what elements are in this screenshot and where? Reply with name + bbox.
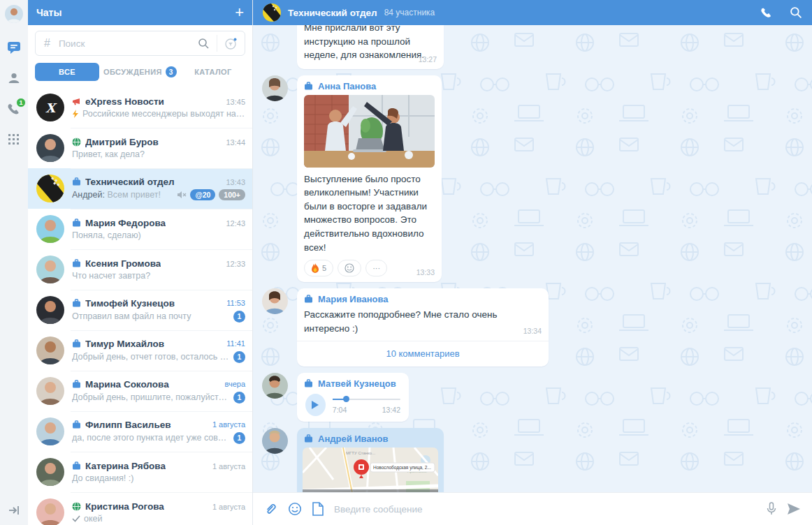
message-composer: [253, 492, 812, 525]
message-text-partial[interactable]: Мне прислали вот эту инструкцию на прошл…: [262, 25, 812, 69]
discussions-badge: 3: [166, 66, 177, 77]
sender-name[interactable]: Анна Панова: [318, 81, 376, 91]
avatar: [36, 215, 64, 243]
sender-name[interactable]: Мария Иванова: [318, 294, 389, 304]
chat-list-item-marina-sokolova[interactable]: Марина Соколова вчера Добрый день, пришл…: [28, 371, 252, 411]
briefcase-icon: [304, 434, 313, 443]
voice-record-button[interactable]: [766, 502, 777, 516]
tab-all[interactable]: ВСЕ: [35, 63, 99, 81]
comments-link[interactable]: 10 комментариев: [386, 348, 459, 359]
avatar: [36, 337, 64, 364]
send-button[interactable]: [787, 503, 801, 515]
chat-list-item-philipp-vasiliev[interactable]: Филипп Васильев 1 августа да, после этог…: [28, 411, 252, 452]
sender-name[interactable]: Матвей Кузнецов: [318, 378, 396, 389]
audio-progress-handle[interactable]: [343, 396, 349, 402]
chat-list-item-timofey-kuznetsov[interactable]: Тимофей Кузнецов 11:53 Отправил вам файл…: [28, 290, 252, 330]
tab-discussions[interactable]: ОБСУЖДЕНИЯ 3: [103, 66, 177, 77]
last-message-text: Всем привет!: [107, 190, 161, 200]
unread-badge: 1: [233, 351, 245, 363]
chat-time: 11:53: [226, 299, 245, 307]
search-icon[interactable]: [191, 38, 217, 50]
chat-list-item-katerina-ryabova[interactable]: Катерина Рябова 1 августа До свидания! :…: [28, 452, 252, 492]
location-map[interactable]: МГТУ Станко... Армянский Новослободская …: [303, 448, 438, 492]
participants-count: 84 участника: [384, 8, 435, 17]
message-anna-panova[interactable]: Анна Панова Выступление б: [262, 75, 812, 282]
location-address-overlay: Новослободская, 24, стр. 1 Москва...: [303, 489, 438, 492]
conversation-avatar[interactable]: [263, 3, 281, 22]
message-input[interactable]: [334, 504, 756, 515]
send-icon: [787, 503, 801, 515]
message-text: Мне прислали вот эту инструкцию на прошл…: [304, 25, 437, 62]
sidebar-title: Чаты: [36, 7, 235, 18]
message-text: Выступление было просто великолепным! Уч…: [304, 172, 435, 254]
calls-nav-icon[interactable]: 1: [6, 101, 22, 117]
briefcase-icon: [72, 420, 81, 429]
tab-discussions-label: ОБСУЖДЕНИЯ: [103, 68, 162, 76]
chats-nav-icon[interactable]: [6, 40, 22, 55]
briefcase-icon: [72, 461, 81, 471]
tab-catalog[interactable]: КАТАЛОГ: [181, 68, 245, 76]
emoji-button[interactable]: [288, 502, 302, 516]
message-photo[interactable]: [304, 95, 435, 168]
calls-badge: 1: [16, 98, 26, 108]
unread-badge: 1: [233, 392, 245, 404]
conversation-panel: Технический отдел 84 участника: [253, 0, 812, 525]
briefcase-icon: [72, 219, 81, 228]
avatar: [36, 256, 64, 283]
search-input[interactable]: [59, 38, 191, 49]
briefcase-icon: [72, 259, 81, 268]
message-time: 13:27: [419, 55, 437, 64]
contacts-nav-icon[interactable]: [6, 71, 22, 86]
sender-name[interactable]: Андрей Иванов: [318, 434, 388, 444]
new-chat-button[interactable]: +: [235, 5, 244, 20]
chat-list-item-express-news[interactable]: X eXpress Новости 13:45 Российские мессе…: [28, 87, 252, 128]
avatar-image: [5, 5, 23, 23]
paperclip-icon: [264, 502, 278, 516]
add-reaction-button[interactable]: [338, 260, 361, 276]
play-button[interactable]: [305, 394, 326, 416]
audio-duration: 7:04: [333, 406, 347, 414]
chat-name: Филипп Васильев: [85, 420, 171, 430]
filter-icon[interactable]: [217, 37, 245, 50]
message-text: Расскажите поподробнее? Мне стало очень …: [304, 308, 518, 335]
chat-list-item-kristina-rogova[interactable]: Кристина Рогова 1 августа окей: [28, 492, 252, 525]
chat-time: 13:43: [226, 178, 245, 186]
message-list[interactable]: Мне прислали вот эту инструкцию на прошл…: [253, 25, 812, 492]
conversation-title[interactable]: Технический отдел: [288, 8, 377, 18]
avatar: [36, 296, 64, 324]
message-location-andrey[interactable]: Андрей Иванов МГТУ Станко... Армянский: [262, 428, 812, 492]
attach-file-button[interactable]: [264, 502, 278, 516]
chat-name: Тимофей Кузнецов: [85, 298, 175, 309]
search-bar: #: [35, 31, 245, 56]
chat-last-message: Что насчет завтра?: [72, 271, 245, 281]
hash-tag-button[interactable]: #: [36, 37, 59, 50]
microphone-icon: [766, 502, 777, 516]
chat-time: 1 августа: [212, 420, 245, 429]
chat-list-item-timur-mikhailov[interactable]: Тимур Михайлов 11:41 Добрый день, отчет …: [28, 330, 252, 371]
unread-badge: 1: [233, 432, 245, 444]
send-file-button[interactable]: [312, 502, 324, 516]
briefcase-icon: [72, 177, 81, 186]
audio-progress-bar[interactable]: [333, 396, 400, 403]
chat-list: X eXpress Новости 13:45 Российские мессе…: [28, 87, 252, 525]
collapse-sidebar-button[interactable]: [6, 503, 22, 518]
user-avatar[interactable]: [5, 5, 23, 23]
message-voice-matvey[interactable]: Матвей Кузнецов 7:04 13:42: [262, 373, 812, 422]
collapse-arrow-icon: [8, 504, 20, 517]
mention-badge: @20: [190, 189, 215, 200]
avatar: [262, 373, 288, 399]
chat-list-item-maria-fedorova[interactable]: Мария Федорова 12:43 Поняла, сделаю): [28, 209, 252, 249]
chat-name: Кристина Рогова: [85, 501, 164, 512]
search-in-chat-button[interactable]: [790, 6, 802, 19]
chat-list-item-dmitry-burov[interactable]: Дмитрий Буров 13:44 Привет, как дела?: [28, 128, 252, 168]
chat-last-message: Андрей: Всем привет!: [72, 190, 173, 200]
chat-last-message: Отправил вам файл на почту: [72, 311, 230, 321]
more-reactions-button[interactable]: ···: [365, 260, 387, 276]
chat-list-item-tech-department[interactable]: Технический отдел 13:43 Андрей: Всем при…: [28, 168, 252, 209]
apps-nav-icon[interactable]: [6, 132, 22, 147]
message-maria-ivanova[interactable]: Мария Иванова Расскажите поподробнее? Мн…: [262, 288, 812, 367]
call-button[interactable]: [760, 6, 773, 19]
chat-name: Ксения Громова: [85, 258, 161, 269]
chat-list-item-ksenia-gromova[interactable]: Ксения Громова 12:33 Что насчет завтра?: [28, 249, 252, 290]
reaction-fire[interactable]: 5: [304, 260, 333, 276]
